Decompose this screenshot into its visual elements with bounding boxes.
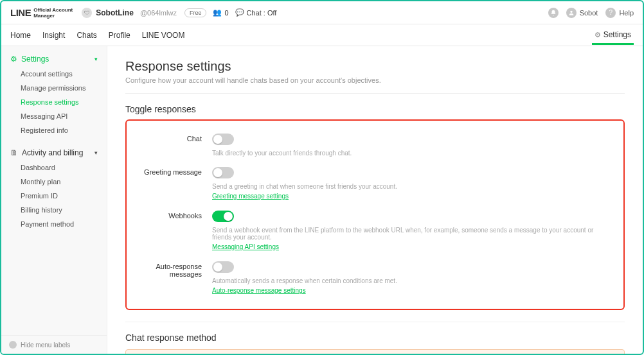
svg-point-0 <box>570 10 572 12</box>
hide-labels-text: Hide menu labels <box>21 342 70 349</box>
header-user-name: Sobot <box>580 9 598 17</box>
toggle-row-greeting: Greeting message Send a greeting in chat… <box>138 162 612 205</box>
shield-icon <box>82 8 92 18</box>
sidebar-activity-header[interactable]: 🗎 Activity and billing ▾ <box>1 145 107 160</box>
followers-count: 0 <box>224 9 228 17</box>
sidebar-activity-label: Activity and billing <box>22 148 83 157</box>
messaging-api-settings-link[interactable]: Messaging API settings <box>212 243 279 250</box>
sidebar-item-messaging-api[interactable]: Messaging API <box>1 109 107 123</box>
account-id: @064lmlwz <box>140 9 177 17</box>
logo-subtitle: Official Account Manager <box>33 7 73 19</box>
help-icon: ? <box>605 8 616 18</box>
sidebar-item-payment-method[interactable]: Payment method <box>1 217 107 231</box>
tab-chats[interactable]: Chats <box>76 26 96 45</box>
header-help-text: Help <box>619 9 634 17</box>
sidebar-item-account-settings[interactable]: Account settings <box>1 67 107 81</box>
account-name: SobotLine <box>96 8 134 17</box>
toggle-greeting-desc: Send a greeting in chat when someone fir… <box>212 183 612 190</box>
logo-line-text: LINE <box>10 7 31 18</box>
gear-icon: ⚙ <box>595 31 601 39</box>
toggle-chat-label: Chat <box>138 134 212 157</box>
tab-voom[interactable]: LINE VOOM <box>142 26 185 45</box>
sidebar-hide-labels[interactable]: Hide menu labels <box>1 335 107 354</box>
chat-enabled-warning: Requires "Chat" to be enabled <box>125 349 625 354</box>
sidebar-item-monthly-plan[interactable]: Monthly plan <box>1 175 107 189</box>
sidebar-item-registered-info[interactable]: Registered info <box>1 123 107 137</box>
nav-row: Home Insight Chats Profile LINE VOOM ⚙ S… <box>1 24 643 46</box>
toggle-row-chat: Chat Talk directly to your account frien… <box>138 128 612 162</box>
followers-icon: 👥 <box>213 8 222 17</box>
tab-settings[interactable]: ⚙ Settings <box>592 25 634 45</box>
sidebar-item-billing-history[interactable]: Billing history <box>1 203 107 217</box>
toggle-webhooks-switch[interactable] <box>212 211 234 222</box>
top-header: LINE Official Account Manager SobotLine … <box>1 1 643 24</box>
toggle-autoresponse-desc: Automatically sends a response when cert… <box>212 277 612 284</box>
chevron-down-icon: ▾ <box>94 56 98 62</box>
sidebar-item-response-settings[interactable]: Response settings <box>1 95 107 109</box>
gear-icon: ⚙ <box>10 55 17 64</box>
toggle-greeting-label: Greeting message <box>138 167 212 200</box>
sidebar-item-manage-permissions[interactable]: Manage permissions <box>1 81 107 95</box>
chat-status[interactable]: 💬 Chat : Off <box>235 8 277 17</box>
page-description: Configure how your account will handle c… <box>125 76 625 94</box>
greeting-settings-link[interactable]: Greeting message settings <box>212 193 289 200</box>
content-area: Response settings Configure how your acc… <box>107 46 643 354</box>
tab-insight[interactable]: Insight <box>42 26 65 45</box>
toggle-chat-switch[interactable] <box>212 134 234 145</box>
section-toggle-responses-title: Toggle responses <box>125 104 625 114</box>
sidebar-settings-label: Settings <box>21 55 49 64</box>
tab-profile[interactable]: Profile <box>109 26 130 45</box>
bell-icon[interactable] <box>548 8 559 18</box>
chat-status-text: Chat : Off <box>247 9 277 17</box>
user-avatar-icon <box>566 8 577 18</box>
sidebar-item-premium-id[interactable]: Premium ID <box>1 189 107 203</box>
page-title: Response settings <box>125 59 625 74</box>
tab-home[interactable]: Home <box>10 26 31 45</box>
header-help[interactable]: ? Help <box>605 8 634 18</box>
toggle-responses-box: Chat Talk directly to your account frien… <box>125 119 625 310</box>
billing-icon: 🗎 <box>10 148 18 157</box>
divider <box>125 322 625 322</box>
plan-badge: Free <box>184 8 207 17</box>
toggle-greeting-switch[interactable] <box>212 167 234 178</box>
toggle-webhooks-label: Webhooks <box>138 211 212 251</box>
sidebar: ⚙ Settings ▾ Account settings Manage per… <box>1 46 107 354</box>
autoresponse-settings-link[interactable]: Auto-response message settings <box>212 287 306 294</box>
header-user[interactable]: Sobot <box>566 8 598 18</box>
account-chip[interactable]: SobotLine @064lmlwz Free <box>82 8 206 18</box>
tab-settings-label: Settings <box>604 30 631 39</box>
toggle-row-webhooks: Webhooks Send a webhook event from the L… <box>138 205 612 256</box>
collapse-icon <box>9 341 17 349</box>
toggle-chat-desc: Talk directly to your account friends th… <box>212 150 612 157</box>
brand-logo[interactable]: LINE Official Account Manager <box>10 7 73 19</box>
toggle-autoresponse-switch[interactable] <box>212 261 234 273</box>
toggle-autoresponse-label: Auto-response messages <box>138 261 212 295</box>
toggle-row-autoresponse: Auto-response messages Automatically sen… <box>138 256 612 300</box>
toggle-webhooks-desc: Send a webhook event from the LINE platf… <box>212 227 612 241</box>
section-chat-method-title: Chat response method <box>125 333 625 343</box>
sidebar-settings-header[interactable]: ⚙ Settings ▾ <box>1 51 107 67</box>
chevron-down-icon: ▾ <box>94 150 98 156</box>
followers-stat[interactable]: 👥 0 <box>213 8 228 17</box>
sidebar-item-dashboard[interactable]: Dashboard <box>1 160 107 175</box>
chat-icon: 💬 <box>235 8 244 17</box>
